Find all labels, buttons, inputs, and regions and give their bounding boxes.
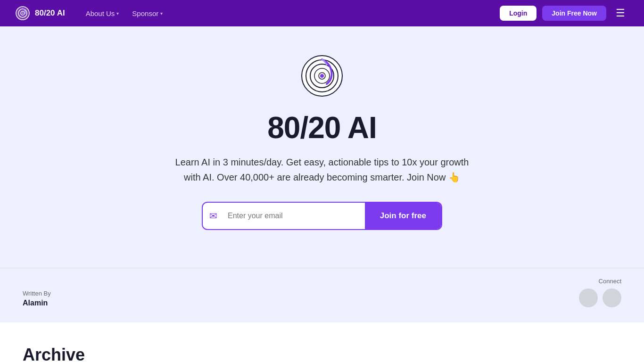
author-section: Written By Alamin Connect [0, 268, 644, 322]
hero-logo-icon [301, 55, 343, 97]
nav-right: Login Join Free Now ☰ [500, 5, 629, 21]
connect-section: Connect [579, 278, 621, 307]
join-free-now-button[interactable]: Join Free Now [542, 6, 606, 21]
nav-sponsor[interactable]: Sponsor ▾ [126, 7, 168, 20]
author-name: Alamin [23, 299, 51, 307]
email-icon-wrap: ✉ [203, 210, 224, 222]
chevron-down-icon: ▾ [116, 11, 119, 16]
svg-point-4 [22, 12, 24, 14]
email-form: ✉ Join for free [202, 202, 442, 230]
nav-left: 80/20 AI About Us ▾ Sponsor ▾ [15, 6, 168, 21]
navbar: 80/20 AI About Us ▾ Sponsor ▾ Login Join… [0, 0, 644, 26]
author-info: Written By Alamin [23, 290, 51, 307]
social-icons [579, 288, 621, 307]
archive-title: Archive [23, 345, 621, 362]
hero-section: 80/20 AI Learn AI in 3 minutes/day. Get … [0, 26, 644, 268]
archive-section: Archive 🔍 [0, 322, 644, 362]
nav-about-us[interactable]: About Us ▾ [80, 7, 125, 20]
email-icon: ✉ [209, 210, 217, 222]
nav-links: About Us ▾ Sponsor ▾ [80, 7, 169, 20]
login-button[interactable]: Login [500, 6, 537, 21]
hero-title: 80/20 AI [9, 110, 635, 145]
email-input[interactable] [224, 203, 365, 229]
chevron-down-icon: ▾ [160, 11, 163, 16]
svg-point-10 [320, 74, 324, 78]
brand-name: 80/20 AI [35, 8, 65, 18]
brand-logo-icon [15, 6, 30, 21]
brand[interactable]: 80/20 AI [15, 6, 65, 21]
social-icon-2[interactable] [603, 288, 621, 307]
written-by-label: Written By [23, 290, 51, 297]
social-icon-1[interactable] [579, 288, 598, 307]
hamburger-menu-icon[interactable]: ☰ [612, 5, 629, 21]
connect-label: Connect [579, 278, 621, 285]
join-for-free-button[interactable]: Join for free [365, 203, 441, 229]
hero-subtitle: Learn AI in 3 minutes/day. Get easy, act… [171, 155, 473, 185]
